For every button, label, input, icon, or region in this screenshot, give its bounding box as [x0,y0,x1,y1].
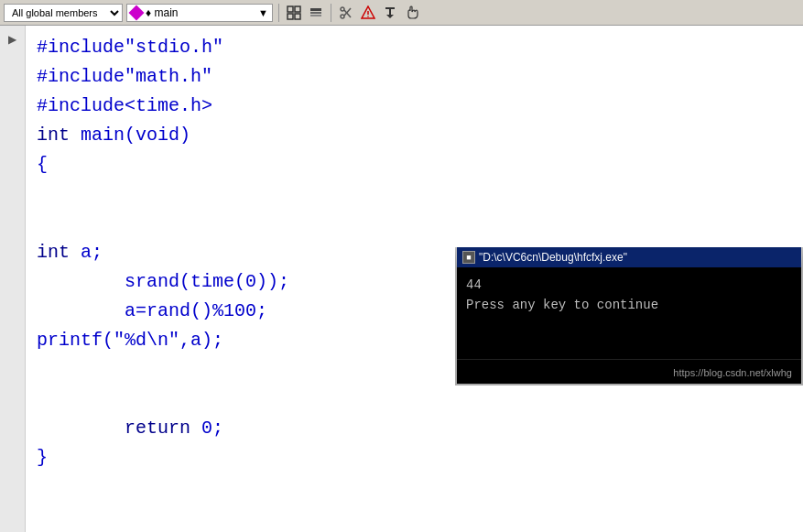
code-line-3: #include<time.h> [37,92,792,121]
code-line-15: } [37,443,792,472]
console-title-text: "D:\c\VC6cn\Debug\hfcfxj.exe" [479,251,627,264]
console-output-line-1: 44 [466,275,792,295]
scope-dropdown[interactable]: All global members [4,4,123,22]
grid-icon[interactable] [285,4,303,22]
console-titlebar: ■ "D:\c\VC6cn\Debug\hfcfxj.exe" [457,247,801,267]
code-line-7 [37,209,792,238]
arrow-down-icon[interactable] [381,4,399,22]
gutter-arrow[interactable]: ▶ [5,31,21,48]
separator-2 [331,4,331,22]
hand-icon[interactable] [403,4,421,22]
diamond-icon [129,5,145,20]
console-footer: https://blog.csdn.net/xlwhg [457,359,801,384]
svg-rect-14 [385,7,395,9]
svg-point-8 [341,15,344,18]
console-url: https://blog.csdn.net/xlwhg [673,367,792,378]
svg-rect-2 [288,14,293,19]
console-output-line-2: Press any key to continue [466,295,792,315]
toolbar: All global members ♦ main ▼ [0,0,803,26]
console-title-icon: ■ [462,251,475,264]
svg-point-7 [341,7,344,11]
svg-rect-5 [310,12,321,14]
separator-1 [278,4,279,22]
console-body: 44 Press any key to continue [457,267,801,359]
gutter: ▶ [0,26,26,532]
code-line-14: return 0; [37,414,792,443]
svg-rect-0 [288,6,293,12]
code-line-5: { [37,150,792,179]
warning-icon[interactable] [359,4,377,22]
layers-icon[interactable] [307,4,325,22]
code-line-13 [37,385,792,414]
scissors-icon[interactable] [337,4,355,22]
svg-rect-4 [310,8,321,11]
svg-rect-1 [295,6,300,12]
svg-point-13 [367,16,369,17]
func-dropdown-label: ♦ main [146,6,178,19]
code-line-4: int main(void) [37,121,792,150]
main-area: ▶ #include"stdio.h" #include"math.h" #in… [0,26,803,532]
svg-marker-16 [386,15,394,18]
svg-rect-3 [295,14,300,19]
code-line-1: #include"stdio.h" [37,33,792,62]
svg-rect-6 [310,15,321,16]
code-line-6 [37,179,792,209]
console-window: ■ "D:\c\VC6cn\Debug\hfcfxj.exe" 44 Press… [455,247,803,385]
code-line-2: #include"math.h" [37,62,792,92]
